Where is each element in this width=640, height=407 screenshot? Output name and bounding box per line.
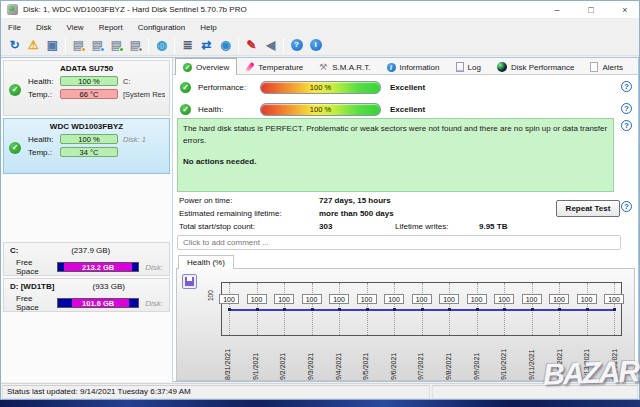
chart-point bbox=[283, 308, 286, 311]
help-icon[interactable]: ? bbox=[621, 120, 632, 131]
floppy-icon bbox=[185, 277, 194, 286]
stat-start-stop: Total start/stop count: 303 Lifetime wri… bbox=[179, 222, 507, 231]
sync-icon[interactable]: ⇄ bbox=[197, 37, 216, 54]
disk-item-adata-su750[interactable]: ADATA SU750✓Health:100 %C:Temp.:66 °C[Sy… bbox=[3, 60, 170, 116]
performance-row: ✓ Performance: 100 % Excellent bbox=[173, 80, 638, 94]
disk-name: WDC WD1003FBYZ bbox=[4, 119, 169, 131]
tab-temperature[interactable]: Temperature bbox=[237, 59, 311, 74]
menu-help[interactable]: Help bbox=[200, 23, 216, 32]
partition-item-dwd1tb[interactable]: D: [WD1TB](933 GB)Free Space101.6 GBDisk… bbox=[3, 278, 170, 312]
help-icon[interactable]: ? bbox=[621, 103, 632, 114]
repeat-test-button[interactable]: Repeat Test bbox=[556, 200, 620, 217]
temp-label: Temp.: bbox=[28, 148, 60, 157]
thermometer-icon bbox=[246, 62, 255, 72]
chart-point-label: 100 bbox=[384, 294, 404, 304]
maximize-button[interactable]: □ bbox=[585, 5, 597, 15]
chart-point bbox=[476, 308, 479, 311]
chart-x-tick-label: 9/8/2021 bbox=[445, 338, 452, 380]
title-bar: Disk: 1, WDC WD1003FBYZ - Hard Disk Sent… bbox=[1, 1, 639, 19]
report-icon[interactable]: ≣ bbox=[178, 37, 197, 54]
menu-file[interactable]: File bbox=[8, 23, 21, 32]
comment-input[interactable] bbox=[177, 235, 621, 250]
performance-bar: 100 % bbox=[260, 81, 381, 94]
chart-point-label: 100 bbox=[467, 294, 487, 304]
toolbar-separator bbox=[283, 38, 284, 53]
performance-label: Performance: bbox=[198, 83, 260, 92]
chart-x-tick-label: 9/5/2021 bbox=[362, 338, 369, 380]
badge-dot bbox=[100, 47, 105, 52]
partition-name: D: [WD1TB] bbox=[10, 282, 54, 291]
partition-size: (933 GB) bbox=[54, 282, 163, 291]
chart-point-label: 100 bbox=[302, 294, 322, 304]
health-row: ✓ Health: 100 % Excellent bbox=[173, 102, 638, 116]
chart-point bbox=[228, 308, 231, 311]
ok-check-icon: ✓ bbox=[9, 142, 21, 154]
temp-label: Temp.: bbox=[28, 90, 60, 99]
menu-view[interactable]: View bbox=[66, 23, 83, 32]
chart-point bbox=[256, 308, 259, 311]
chart-point-label: 100 bbox=[522, 294, 542, 304]
chart-x-tick-label: 9/4/2021 bbox=[335, 338, 342, 380]
menu-configuration[interactable]: Configuration bbox=[138, 23, 186, 32]
desktop-strip bbox=[0, 400, 640, 407]
chart-point bbox=[558, 308, 561, 311]
settings-monitor-icon[interactable]: ✎ bbox=[242, 37, 261, 54]
disk-item-wdc-wd1003fbyz[interactable]: WDC WD1003FBYZ✓Health:100 %Disk: 1Temp.:… bbox=[3, 118, 170, 174]
save-chart-button[interactable] bbox=[182, 274, 197, 289]
partition-name: C: bbox=[10, 246, 18, 255]
tab-overview[interactable]: ✓Overview bbox=[175, 58, 237, 75]
world-icon[interactable]: ◍ bbox=[152, 37, 171, 54]
stat-label: Estimated remaining lifetime: bbox=[179, 209, 319, 218]
free-space-bar: 101.6 GB bbox=[57, 298, 139, 308]
menu-report[interactable]: Report bbox=[99, 23, 123, 32]
page-icon bbox=[590, 62, 598, 72]
stat-label: Lifetime writes: bbox=[395, 222, 479, 231]
tab-alerts[interactable]: Alerts bbox=[582, 59, 630, 74]
tab-disk-performance[interactable]: Disk Performance bbox=[489, 59, 583, 74]
tab-log[interactable]: Log bbox=[448, 59, 489, 74]
help-icon[interactable]: ? bbox=[621, 201, 632, 212]
chart-point bbox=[393, 308, 396, 311]
tab-label: Log bbox=[468, 63, 481, 72]
info-icon[interactable]: i bbox=[306, 37, 325, 54]
disk-right-label: Disk: 1 bbox=[118, 135, 165, 144]
chart-point-label: 100 bbox=[577, 294, 597, 304]
app-icon bbox=[7, 4, 18, 15]
chart-x-tick-label: 9/9/2021 bbox=[473, 338, 480, 380]
refresh-icon[interactable]: ↻ bbox=[5, 37, 24, 54]
disk-ok-icon[interactable]: ▤ bbox=[107, 37, 126, 54]
badge-dot bbox=[138, 47, 143, 52]
overview-warning-icon[interactable]: ⚠ bbox=[24, 37, 43, 54]
disk-clock-icon[interactable]: ▤ bbox=[69, 37, 88, 54]
health-label: Health: bbox=[28, 135, 60, 144]
chart-point bbox=[448, 308, 451, 311]
tab-s-m-a-r-t-[interactable]: ⚒S.M.A.R.T. bbox=[311, 59, 378, 74]
partition-item-c[interactable]: C:(237.9 GB)Free Space213.2 GBDisk: bbox=[3, 242, 170, 276]
partition-size: (237.9 GB) bbox=[18, 246, 163, 255]
tab-label: Temperature bbox=[258, 63, 303, 72]
monitor-icon[interactable]: ▣ bbox=[43, 37, 62, 54]
disk-name: ADATA SU750 bbox=[4, 61, 169, 73]
menu-disk[interactable]: Disk bbox=[36, 23, 52, 32]
health-chart-tab[interactable]: Health (%) bbox=[178, 255, 234, 269]
badge-dot bbox=[119, 47, 124, 52]
network-icon[interactable]: ◉ bbox=[216, 37, 235, 54]
chart-point bbox=[531, 308, 534, 311]
disk-search-icon[interactable]: ▤ bbox=[126, 37, 145, 54]
sound-icon[interactable]: ◀ bbox=[261, 37, 280, 54]
disk-info-icon[interactable]: ▤ bbox=[88, 37, 107, 54]
minimize-button[interactable]: – bbox=[551, 5, 563, 15]
help-icon[interactable]: ? bbox=[621, 81, 632, 92]
chart-point-label: 100 bbox=[494, 294, 514, 304]
log-icon bbox=[456, 62, 464, 72]
stat-label: Total start/stop count: bbox=[179, 222, 319, 231]
toolbar-separator bbox=[148, 38, 149, 53]
help-icon[interactable]: ? bbox=[287, 37, 306, 54]
tab-label: Alerts bbox=[602, 63, 622, 72]
toolbar-separator bbox=[174, 38, 175, 53]
check-circle-icon: ✓ bbox=[183, 63, 192, 72]
chart-point-label: 100 bbox=[412, 294, 432, 304]
performance-rating: Excellent bbox=[390, 83, 425, 92]
tab-information[interactable]: iInformation bbox=[379, 59, 448, 74]
close-button[interactable]: × bbox=[619, 5, 631, 15]
